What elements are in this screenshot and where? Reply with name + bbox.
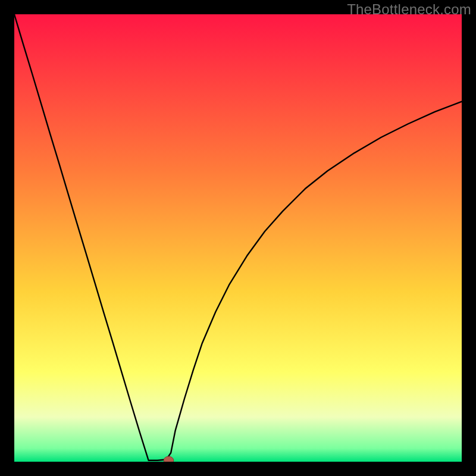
chart-svg (14, 14, 462, 462)
plot-area (14, 14, 462, 462)
chart-frame: TheBottleneck.com (0, 0, 476, 476)
marker-optimal-point (164, 456, 174, 462)
watermark-text: TheBottleneck.com (347, 1, 471, 18)
